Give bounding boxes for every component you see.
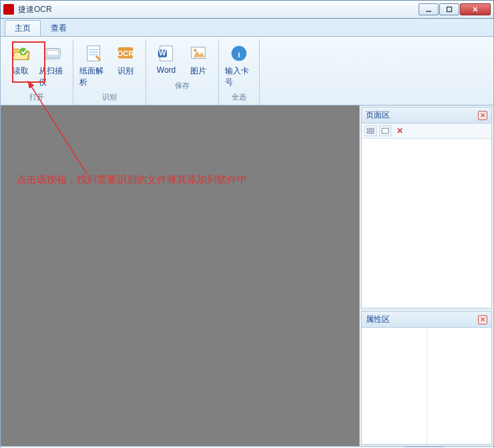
app-icon xyxy=(3,4,14,15)
scanner-button[interactable]: 从扫描仪 xyxy=(37,41,69,90)
svg-text:i: i xyxy=(238,51,240,59)
svg-rect-23 xyxy=(367,128,370,130)
title-bar: 捷速OCR xyxy=(0,0,494,19)
svg-rect-6 xyxy=(47,50,59,55)
svg-point-19 xyxy=(194,49,196,51)
delete-page-icon[interactable]: ✕ xyxy=(397,126,403,136)
pages-panel-title: 页面区 xyxy=(366,109,478,121)
canvas-area[interactable] xyxy=(1,105,360,446)
svg-text:W: W xyxy=(159,49,166,57)
svg-rect-25 xyxy=(367,132,370,134)
image-label: 图片 xyxy=(190,65,206,77)
enter-card-button[interactable]: i 输入卡号 xyxy=(223,41,255,90)
detail-view-icon[interactable] xyxy=(379,126,391,136)
svg-text:OCR: OCR xyxy=(117,49,134,57)
read-button[interactable]: 读取 xyxy=(5,41,37,90)
svg-rect-1 xyxy=(447,7,452,12)
svg-rect-27 xyxy=(382,128,389,134)
info-icon: i xyxy=(228,43,250,64)
group-open: 读取 从扫描仪 打开 xyxy=(1,39,73,105)
pages-panel: 页面区 ✕ ✕ xyxy=(361,107,492,308)
card-label: 输入卡号 xyxy=(225,65,253,88)
group-open-label: 打开 xyxy=(29,92,44,102)
read-label: 读取 xyxy=(13,65,29,77)
close-button[interactable] xyxy=(460,3,491,15)
group-select: i 输入卡号 全选 xyxy=(219,39,260,105)
properties-panel-title: 属性区 xyxy=(366,314,478,325)
scanner-icon xyxy=(42,43,63,64)
scanner-label: 从扫描仪 xyxy=(39,65,67,88)
properties-col-name xyxy=(362,328,427,444)
save-word-button[interactable]: W Word xyxy=(150,41,182,79)
ocr-button[interactable]: OCR 识别 xyxy=(109,41,142,90)
work-area: 页面区 ✕ ✕ 属性区 ✕ xyxy=(0,105,494,447)
minimize-button[interactable] xyxy=(419,3,439,15)
properties-panel-close-icon[interactable]: ✕ xyxy=(478,315,487,324)
paper-analyze-button[interactable]: 纸面解析 xyxy=(77,41,109,90)
tab-home[interactable]: 主页 xyxy=(5,20,41,36)
pages-toolbar: ✕ xyxy=(362,124,491,139)
side-panels: 页面区 ✕ ✕ 属性区 ✕ xyxy=(360,105,493,446)
image-icon xyxy=(188,43,209,64)
svg-rect-24 xyxy=(371,128,374,130)
maximize-button[interactable] xyxy=(439,3,459,15)
group-recognize: 纸面解析 OCR 识别 识别 xyxy=(73,39,146,105)
ocr-icon: OCR xyxy=(115,43,136,64)
svg-rect-26 xyxy=(371,132,374,134)
window-controls xyxy=(418,3,491,15)
paper-label: 纸面解析 xyxy=(79,65,107,88)
svg-rect-7 xyxy=(45,57,61,60)
ribbon-tabs: 主页 查看 xyxy=(1,19,493,36)
window-title: 捷速OCR xyxy=(18,4,418,15)
word-label: Word xyxy=(157,65,176,75)
properties-body xyxy=(362,328,491,444)
save-image-button[interactable]: 图片 xyxy=(182,41,214,79)
group-save-label: 保存 xyxy=(175,81,190,91)
group-recognize-label: 识别 xyxy=(102,92,117,102)
properties-panel: 属性区 ✕ xyxy=(361,311,492,445)
word-icon: W xyxy=(156,43,177,64)
ocr-label: 识别 xyxy=(117,65,134,77)
properties-col-value xyxy=(427,328,492,444)
thumbnail-view-icon[interactable] xyxy=(364,126,377,136)
pages-panel-close-icon[interactable]: ✕ xyxy=(478,111,487,120)
pages-list[interactable] xyxy=(362,139,491,308)
ribbon: 读取 从扫描仪 打开 纸面解析 xyxy=(1,36,493,105)
group-select-label: 全选 xyxy=(232,92,246,102)
folder-open-icon xyxy=(10,43,31,64)
document-analyze-icon xyxy=(83,43,104,64)
tab-view[interactable]: 查看 xyxy=(41,20,77,36)
group-save: W Word 图片 保存 xyxy=(146,39,219,105)
ribbon-area: 主页 查看 读取 从扫描仪 打开 xyxy=(0,19,494,105)
